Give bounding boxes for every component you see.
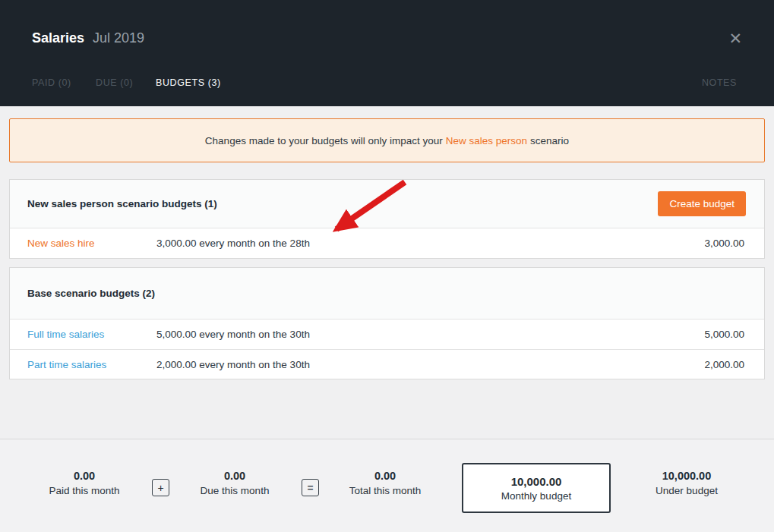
equals-icon: = xyxy=(302,479,319,496)
budget-schedule: 5,000.00 every month on the 30th xyxy=(156,329,704,340)
budget-row-new-sales-hire: New sales hire 3,000.00 every month on t… xyxy=(10,228,764,258)
base-budgets-card: Base scenario budgets (2) Full time sala… xyxy=(9,267,765,379)
close-icon[interactable]: ✕ xyxy=(728,30,742,46)
paid-label: Paid this month xyxy=(20,485,149,496)
budget-amount: 5,000.00 xyxy=(704,329,764,340)
total-label: Total this month xyxy=(321,485,450,496)
total-value: 0.00 xyxy=(321,470,450,482)
due-value: 0.00 xyxy=(170,470,299,482)
budget-amount: 2,000.00 xyxy=(704,359,764,370)
scenario-budgets-card-header: New sales person scenario budgets (1) Cr… xyxy=(10,180,764,228)
plus-icon: + xyxy=(152,479,169,496)
budget-row-part-time: Part time salaries 2,000.00 every month … xyxy=(10,349,764,379)
stat-due-this-month: 0.00 Due this month xyxy=(170,470,299,496)
banner-text-after: scenario xyxy=(530,135,569,146)
modal-title: Salaries xyxy=(32,30,84,46)
summary-footer: 0.00 Paid this month + 0.00 Due this mon… xyxy=(0,439,774,532)
budget-schedule: 2,000.00 every month on the 30th xyxy=(156,359,704,370)
banner-scenario-name: New sales person xyxy=(446,135,527,146)
base-budgets-card-header: Base scenario budgets (2) xyxy=(10,268,764,320)
stat-under-budget: 10,000.00 Under budget xyxy=(622,470,751,496)
budget-amount: 3,000.00 xyxy=(704,238,764,249)
stat-paid-this-month: 0.00 Paid this month xyxy=(20,470,149,496)
under-budget-label: Under budget xyxy=(622,485,751,496)
create-budget-button[interactable]: Create budget xyxy=(658,191,746,216)
scenario-impact-banner: Changes made to your budgets will only i… xyxy=(9,118,765,162)
budget-link-full-time[interactable]: Full time salaries xyxy=(10,329,156,340)
monthly-budget-label: Monthly budget xyxy=(501,490,571,502)
tab-budgets[interactable]: BUDGETS (3) xyxy=(156,77,221,88)
banner-text-before: Changes made to your budgets will only i… xyxy=(205,135,443,146)
page-title: Salaries Jul 2019 xyxy=(32,30,144,46)
modal-subtitle-month: Jul 2019 xyxy=(93,30,144,46)
monthly-budget-box[interactable]: 10,000.00 Monthly budget xyxy=(462,463,611,513)
under-budget-value: 10,000.00 xyxy=(622,470,751,482)
tab-notes[interactable]: NOTES xyxy=(702,77,737,88)
budget-schedule: 3,000.00 every month on the 28th xyxy=(156,238,704,249)
scenario-budgets-title: New sales person scenario budgets (1) xyxy=(27,198,217,209)
tab-paid[interactable]: PAID (0) xyxy=(32,77,71,88)
tab-due[interactable]: DUE (0) xyxy=(96,77,133,88)
budget-link-new-sales-hire[interactable]: New sales hire xyxy=(10,238,156,249)
scenario-budgets-card: New sales person scenario budgets (1) Cr… xyxy=(9,179,765,259)
paid-value: 0.00 xyxy=(20,470,149,482)
budget-link-part-time[interactable]: Part time salaries xyxy=(10,359,156,370)
base-budgets-title: Base scenario budgets (2) xyxy=(27,288,155,299)
monthly-budget-value: 10,000.00 xyxy=(511,475,562,488)
due-label: Due this month xyxy=(170,485,299,496)
budget-row-full-time: Full time salaries 5,000.00 every month … xyxy=(10,320,764,349)
modal-header: Salaries Jul 2019 ✕ PAID (0) DUE (0) BUD… xyxy=(0,0,774,106)
stat-total-this-month: 0.00 Total this month xyxy=(321,470,450,496)
